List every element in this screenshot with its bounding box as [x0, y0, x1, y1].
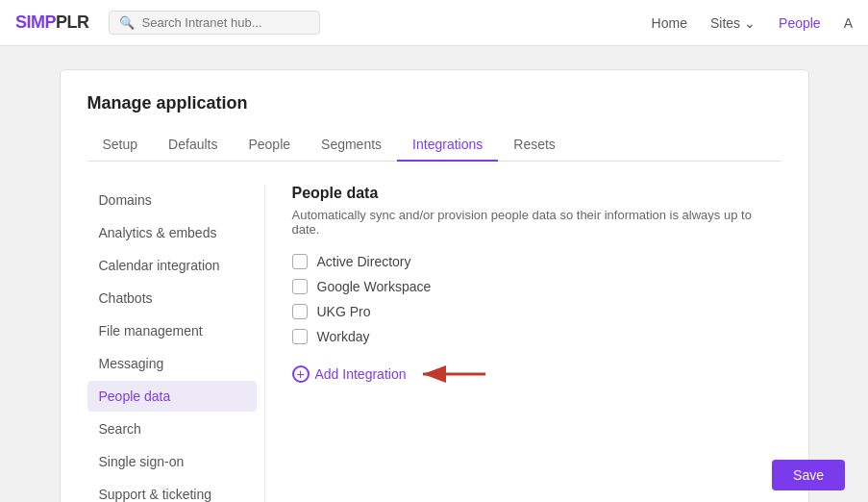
nav-people[interactable]: People	[779, 15, 821, 31]
sidebar-item-messaging[interactable]: Messaging	[87, 348, 257, 379]
workday-label: Workday	[317, 329, 370, 344]
search-icon: 🔍	[119, 15, 135, 30]
nav-home[interactable]: Home	[652, 15, 687, 31]
list-item: Active Directory	[292, 254, 781, 269]
add-integration-row: + Add Integration	[292, 360, 781, 389]
list-item: Google Workspace	[292, 279, 781, 294]
page-wrapper: Manage application Setup Defaults People…	[0, 46, 868, 502]
nav-sites[interactable]: Sites ⌄	[710, 15, 756, 31]
sidebar-item-calendar-integration[interactable]: Calendar integration	[87, 250, 257, 281]
manage-card: Manage application Setup Defaults People…	[60, 69, 809, 502]
ukg-pro-checkbox[interactable]	[292, 304, 308, 319]
integration-list: Active Directory Google Workspace UKG Pr…	[292, 254, 781, 344]
search-input[interactable]	[142, 15, 310, 30]
sidebar-item-file-management[interactable]: File management	[87, 315, 257, 346]
google-workspace-label: Google Workspace	[317, 279, 432, 294]
save-button[interactable]: Save	[772, 460, 845, 490]
google-workspace-checkbox[interactable]	[292, 279, 308, 294]
header-nav: Home Sites ⌄ People A	[652, 15, 853, 31]
sidebar-item-domains[interactable]: Domains	[87, 185, 257, 215]
active-directory-label: Active Directory	[317, 254, 411, 269]
workday-checkbox[interactable]	[292, 329, 308, 344]
header: SIMPPLR 🔍 Home Sites ⌄ People A	[0, 0, 868, 46]
add-integration-label: Add Integration	[315, 366, 407, 382]
tab-resets[interactable]: Resets	[498, 129, 571, 162]
sidebar-item-chatbots[interactable]: Chatbots	[87, 283, 257, 314]
arrow-annotation	[413, 360, 490, 389]
sidebar-item-people-data[interactable]: People data	[87, 381, 257, 412]
list-item: UKG Pro	[292, 304, 781, 319]
plus-circle-icon: +	[292, 365, 310, 383]
top-tabs: Setup Defaults People Segments Integrati…	[87, 129, 781, 162]
section-title: People data	[292, 185, 781, 202]
footer-bar: Save	[0, 448, 868, 502]
chevron-down-icon: ⌄	[744, 15, 756, 31]
tab-setup[interactable]: Setup	[87, 129, 154, 162]
tab-segments[interactable]: Segments	[306, 129, 397, 162]
section-desc: Automatically sync and/or provision peop…	[292, 208, 781, 237]
active-directory-checkbox[interactable]	[292, 254, 308, 269]
search-bar[interactable]: 🔍	[109, 11, 320, 35]
tab-people[interactable]: People	[233, 129, 306, 162]
sidebar-item-analytics-embeds[interactable]: Analytics & embeds	[87, 217, 257, 248]
list-item: Workday	[292, 329, 781, 344]
ukg-pro-label: UKG Pro	[317, 304, 371, 319]
sidebar-item-search[interactable]: Search	[87, 414, 257, 444]
page-title: Manage application	[87, 93, 781, 113]
nav-extra[interactable]: A	[844, 15, 853, 31]
tab-integrations[interactable]: Integrations	[397, 129, 498, 162]
tab-defaults[interactable]: Defaults	[153, 129, 233, 162]
add-integration-button[interactable]: + Add Integration	[292, 365, 407, 383]
logo: SIMPPLR	[15, 13, 89, 33]
